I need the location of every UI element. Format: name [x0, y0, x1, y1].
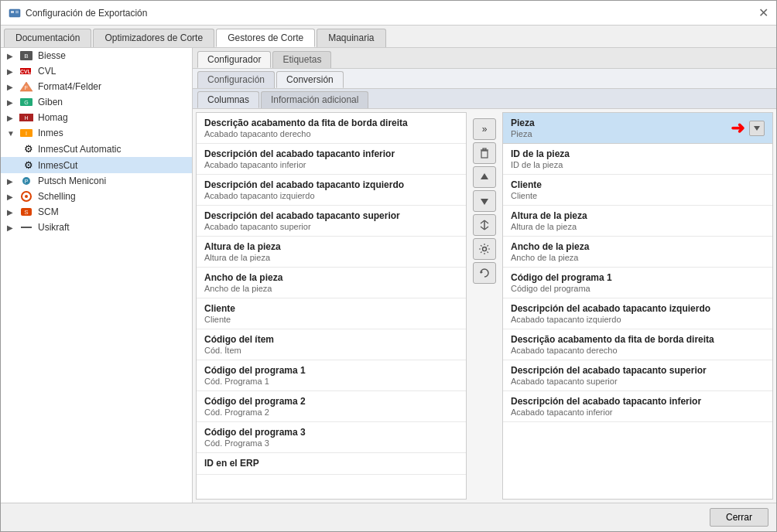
list-item[interactable]: Código del programa 1 Cód. Programa 1 [197, 360, 466, 391]
list-item-title: Ancho de la pieza [204, 272, 458, 283]
tab-configurador[interactable]: Configurador [197, 51, 271, 68]
right-item-sub: Acabado tapacanto superior [511, 377, 765, 386]
tab-columnas[interactable]: Columnas [197, 91, 259, 108]
sidebar-label-giben: Giben [38, 97, 186, 107]
sidebar-item-putsch[interactable]: ▶ P Putsch Meniconi [1, 173, 192, 189]
list-item[interactable]: Descripción del acabado tapacanto superi… [503, 360, 772, 391]
list-item[interactable]: Código del ítem Cód. Ítem [197, 329, 466, 360]
sub-tab-bar-3: Columnas Información adicional [193, 89, 776, 109]
svg-marker-36 [754, 126, 760, 131]
list-item-sub: Acabado tapacanto izquierdo [204, 191, 458, 200]
middle-buttons: » [470, 112, 499, 500]
list-item[interactable]: Código del programa 3 Cód. Programa 3 [197, 422, 466, 453]
format4-icon: F [19, 81, 33, 92]
reset-button[interactable] [473, 262, 496, 284]
sidebar-item-format4[interactable]: ▶ F Format4/Felder [1, 79, 192, 94]
tab-gestores[interactable]: Gestores de Corte [216, 29, 315, 47]
list-item[interactable]: Ancho de la pieza Ancho de la pieza [197, 268, 466, 298]
list-item[interactable]: Descripción del acabado tapacanto izquie… [197, 175, 466, 206]
move-all-right-button[interactable]: » [473, 118, 496, 140]
tab-conversion[interactable]: Conversión [276, 71, 344, 88]
window-icon [9, 7, 21, 19]
sidebar-item-inmes[interactable]: ▼ I Inmes [1, 125, 192, 141]
list-item-title: Descripción del acabado tapacanto superi… [204, 210, 458, 221]
settings-button[interactable] [473, 238, 496, 260]
gear-icon-automatic: ⚙ [24, 143, 33, 155]
window-title: Configuración de Exportación [26, 8, 147, 19]
list-item[interactable]: Descripción del acabado tapacanto izquie… [503, 298, 772, 329]
close-button[interactable]: ✕ [758, 5, 768, 20]
expand-icon: ▶ [7, 52, 15, 60]
sub-tab-bar-1: Configurador Etiquetas [193, 48, 776, 69]
sidebar-item-biesse[interactable]: ▶ B Biesse [1, 48, 192, 63]
delete-button[interactable] [473, 142, 496, 164]
main-tab-bar: Documentación Optimizadores de Corte Ges… [1, 26, 776, 48]
right-item-sub: Cliente [511, 191, 765, 200]
sidebar-item-usikraft[interactable]: ▶ Usikraft [1, 220, 192, 235]
usikraft-icon [19, 222, 33, 233]
list-item-title: Descrição acabamento da fita de borda di… [204, 118, 458, 128]
list-item[interactable]: Descripción del acabado tapacanto inferi… [503, 391, 772, 422]
sidebar-item-giben[interactable]: ▶ G Giben [1, 94, 192, 110]
sidebar-item-homag[interactable]: ▶ H Homag [1, 110, 192, 125]
list-item[interactable]: Descrição acabamento da fita de borda di… [503, 329, 772, 360]
svg-marker-28 [481, 199, 488, 205]
sidebar-label-format4: Format4/Felder [38, 81, 186, 92]
tab-configuracion[interactable]: Configuración [197, 71, 275, 88]
list-item[interactable]: Descrição acabamento da fita de borda di… [197, 113, 466, 144]
columns-area: Descrição acabamento da fita de borda di… [193, 109, 776, 503]
svg-marker-35 [481, 271, 483, 274]
right-item-title: ID de la pieza [511, 148, 765, 159]
right-item-title: Descrição acabamento da fita de borda di… [511, 334, 765, 345]
list-item[interactable]: ID en el ERP [197, 453, 466, 475]
list-item[interactable]: Altura de la pieza Altura de la pieza [503, 206, 772, 237]
close-dialog-button[interactable]: Cerrar [710, 508, 768, 527]
list-item[interactable]: ID de la pieza ID de la pieza [503, 144, 772, 175]
right-item-sub: Pieza [511, 129, 535, 138]
right-list-container: Pieza Pieza ➜ [502, 112, 773, 500]
content-area: ▶ B Biesse ▶ CVL CVL ▶ F Format4/F [1, 48, 776, 503]
right-list-first-item[interactable]: Pieza Pieza ➜ [503, 113, 772, 144]
right-item-title: Descripción del acabado tapacanto izquie… [511, 303, 765, 314]
list-item-sub: Acabado tapacanto derecho [204, 129, 458, 138]
right-item-sub: Acabado tapacanto inferior [511, 408, 765, 417]
list-item[interactable]: Ancho de la pieza Ancho de la pieza [503, 237, 772, 268]
tab-etiquetas[interactable]: Etiquetas [272, 51, 331, 68]
list-item[interactable]: Cliente Cliente [197, 298, 466, 329]
list-item-sub: Cód. Programa 1 [204, 377, 458, 386]
list-item[interactable]: Cliente Cliente [503, 175, 772, 206]
sidebar-item-inmescut[interactable]: ⚙ InmesCut [1, 157, 192, 173]
sidebar-item-scm[interactable]: ▶ S SCM [1, 204, 192, 220]
sidebar-item-schelling[interactable]: ▶ Schelling [1, 189, 192, 204]
dropdown-button[interactable] [749, 121, 765, 136]
sidebar: ▶ B Biesse ▶ CVL CVL ▶ F Format4/F [1, 48, 193, 503]
split-button[interactable] [473, 214, 496, 236]
tab-documentacion[interactable]: Documentación [4, 29, 91, 47]
left-list-scroll[interactable]: Descrição acabamento da fita de borda di… [197, 113, 466, 499]
sidebar-label-scm: SCM [38, 206, 186, 217]
list-item-title: Altura de la pieza [204, 241, 458, 252]
tab-info-adicional[interactable]: Información adicional [261, 91, 368, 108]
list-item-title: Código del programa 3 [204, 427, 458, 438]
list-item-sub: Cód. Programa 2 [204, 408, 458, 417]
list-item-title: Cliente [204, 303, 458, 314]
list-item-sub: Ancho de la pieza [204, 284, 458, 293]
list-item[interactable]: Altura de la pieza Altura de la pieza [197, 237, 466, 268]
right-list-scroll[interactable]: ID de la pieza ID de la pieza Cliente Cl… [503, 144, 772, 499]
left-list-container: Descrição acabamento da fita de borda di… [196, 112, 467, 500]
list-item[interactable]: Descripción del acabado tapacanto superi… [197, 206, 466, 237]
list-item[interactable]: Código del programa 1 Código del program… [503, 268, 772, 298]
tab-maquinaria[interactable]: Maquinaria [317, 29, 385, 47]
sidebar-item-inmescut-automatic[interactable]: ⚙ InmesCut Automatic [1, 141, 192, 157]
sidebar-item-cvl[interactable]: ▶ CVL CVL [1, 63, 192, 79]
chevron-down-icon [752, 124, 762, 133]
biesse-icon: B [19, 50, 33, 61]
right-item-title: Altura de la pieza [511, 210, 765, 221]
svg-rect-26 [483, 148, 486, 150]
tab-optimizadores[interactable]: Optimizadores de Corte [93, 29, 214, 47]
right-item-title: Pieza [511, 118, 535, 128]
move-up-button[interactable] [473, 166, 496, 188]
move-down-button[interactable] [473, 190, 496, 212]
list-item[interactable]: Código del programa 2 Cód. Programa 2 [197, 391, 466, 422]
list-item[interactable]: Descripción del acabado tapacanto inferi… [197, 144, 466, 175]
